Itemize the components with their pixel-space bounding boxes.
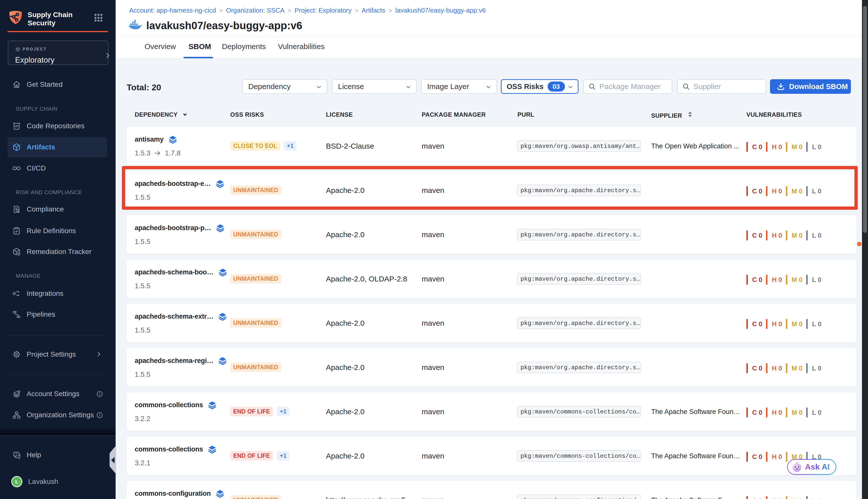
svg-text:L: L — [15, 479, 18, 484]
svg-text:?: ? — [15, 452, 17, 456]
svg-text:Ask AI: Ask AI — [805, 462, 830, 471]
